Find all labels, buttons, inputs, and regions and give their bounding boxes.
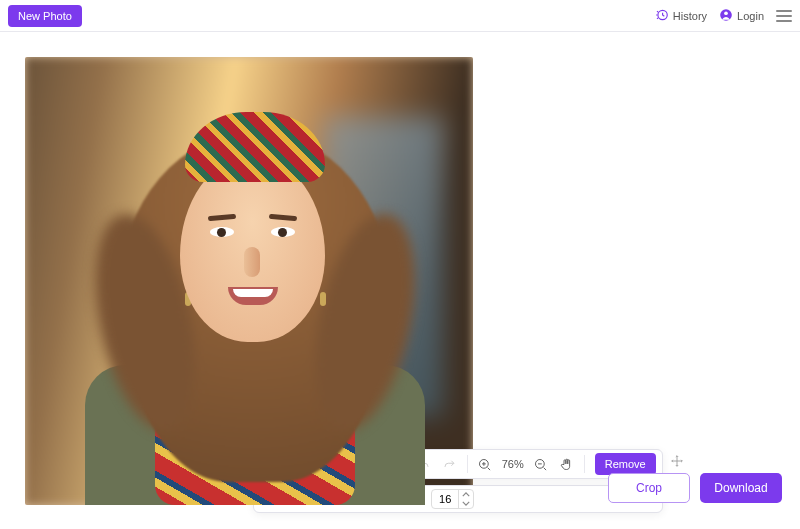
zoom-out-icon[interactable] bbox=[530, 453, 552, 475]
svg-point-2 bbox=[724, 11, 728, 15]
crop-button[interactable]: Crop bbox=[608, 473, 690, 503]
history-label: History bbox=[673, 10, 707, 22]
step-up-icon[interactable] bbox=[459, 490, 473, 499]
login-button[interactable]: Login bbox=[719, 8, 764, 24]
hamburger-menu-icon[interactable] bbox=[776, 7, 792, 25]
header-bar: New Photo History Login bbox=[0, 0, 800, 32]
action-buttons: Crop Download bbox=[608, 473, 782, 503]
image-canvas[interactable] bbox=[25, 57, 473, 505]
remove-button[interactable]: Remove bbox=[595, 453, 656, 475]
move-toolbar-handle-icon[interactable] bbox=[670, 454, 684, 472]
history-button[interactable]: History bbox=[655, 8, 707, 24]
header-right: History Login bbox=[655, 7, 792, 25]
history-icon bbox=[655, 8, 669, 24]
redo-icon[interactable] bbox=[439, 453, 461, 475]
pan-hand-icon[interactable] bbox=[556, 453, 578, 475]
new-photo-button[interactable]: New Photo bbox=[8, 5, 82, 27]
zoom-percentage: 76% bbox=[500, 458, 526, 470]
login-label: Login bbox=[737, 10, 764, 22]
editor-main: Brush 76% Remove Brush Size bbox=[0, 32, 800, 529]
download-button[interactable]: Download bbox=[700, 473, 782, 503]
zoom-in-icon[interactable] bbox=[474, 453, 496, 475]
step-down-icon[interactable] bbox=[459, 499, 473, 508]
brush-size-stepper[interactable] bbox=[431, 489, 474, 509]
brush-size-input[interactable] bbox=[432, 493, 458, 505]
user-icon bbox=[719, 8, 733, 24]
